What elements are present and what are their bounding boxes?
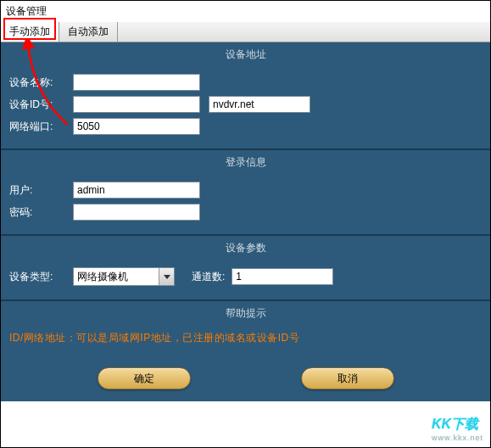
section-params: 设备类型: 网络摄像机 通道数: bbox=[1, 259, 490, 301]
port-input[interactable] bbox=[73, 118, 200, 135]
device-id-input[interactable] bbox=[73, 96, 200, 113]
watermark: KK下载 www.kkx.net bbox=[432, 416, 483, 442]
device-id-label: 设备ID号: bbox=[9, 98, 73, 112]
help-text: ID/网络地址：可以是局域网IP地址，已注册的域名或设备ID号 bbox=[1, 324, 490, 357]
domain-input[interactable] bbox=[209, 96, 310, 113]
port-label: 网络端口: bbox=[9, 120, 73, 134]
device-name-label: 设备名称: bbox=[9, 76, 73, 90]
window-title: 设备管理 bbox=[6, 5, 47, 17]
tab-strip: 手动添加 自动添加 bbox=[1, 22, 490, 42]
password-input[interactable] bbox=[73, 204, 200, 221]
section-title-params: 设备参数 bbox=[1, 236, 490, 259]
user-input[interactable] bbox=[73, 182, 200, 199]
channel-count-input[interactable] bbox=[232, 268, 333, 285]
section-login: 用户: 密码: bbox=[1, 173, 490, 236]
device-type-select[interactable]: 网络摄像机 bbox=[73, 267, 175, 286]
password-label: 密码: bbox=[9, 205, 73, 220]
device-type-label: 设备类型: bbox=[9, 270, 73, 284]
section-title-address: 设备地址 bbox=[1, 42, 490, 65]
channel-count-label: 通道数: bbox=[192, 270, 225, 284]
section-title-help: 帮助提示 bbox=[1, 301, 490, 324]
tab-auto-add[interactable]: 自动添加 bbox=[59, 22, 118, 42]
ok-button[interactable]: 确定 bbox=[98, 367, 191, 389]
section-title-login: 登录信息 bbox=[1, 150, 490, 173]
button-row: 确定 取消 bbox=[1, 357, 490, 401]
tab-manual-add[interactable]: 手动添加 bbox=[1, 22, 59, 42]
content-area: 设备地址 设备名称: 设备ID号: 网络端口: 登录信息 用户: 密码: 设备参… bbox=[1, 42, 490, 401]
section-address: 设备名称: 设备ID号: 网络端口: bbox=[1, 65, 490, 150]
device-name-input[interactable] bbox=[73, 74, 200, 91]
user-label: 用户: bbox=[9, 183, 73, 198]
title-bar: 设备管理 bbox=[1, 1, 490, 22]
cancel-button[interactable]: 取消 bbox=[301, 367, 394, 389]
